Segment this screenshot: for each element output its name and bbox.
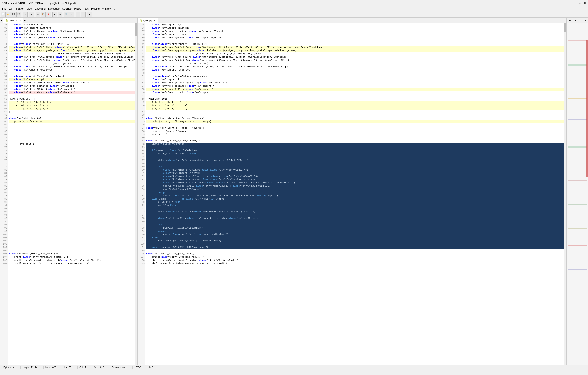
code-line: class="kw">def abort(s):	[9, 117, 135, 120]
code-line	[146, 39, 564, 43]
cut-button[interactable]: ✂	[36, 12, 40, 17]
right-code-content[interactable]: class="kw">import sys class="kw">import …	[145, 23, 564, 365]
line-num: 60	[138, 104, 145, 107]
print-button[interactable]: 🖨	[29, 12, 34, 17]
line-num: 103	[0, 243, 7, 246]
right-vscroll-thumb[interactable]	[564, 23, 566, 32]
code-line: class=class="str">"cm"># Qt resource sys…	[146, 65, 564, 68]
run-button[interactable]: ▶	[87, 12, 92, 17]
right-tab-qmk[interactable]: 🐍 QMK.py ✕	[137, 18, 158, 23]
line-num: 56	[138, 91, 145, 94]
left-line-numbers: 3536373839404142434445464748495051525354…	[0, 23, 8, 365]
paste-button[interactable]: 📌	[46, 12, 51, 17]
menu-item-language[interactable]: Language	[47, 7, 61, 11]
line-num: 67	[0, 127, 7, 130]
right-code-container: 3536373839404142434445464748495051525354…	[137, 23, 566, 365]
code-line: class="kw">from threading class="kw">imp…	[146, 30, 564, 33]
line-num: 79	[138, 165, 145, 168]
undo-button[interactable]: ↩	[52, 12, 57, 17]
right-vscroll[interactable]	[564, 23, 566, 365]
code-line	[9, 133, 135, 136]
line-num: 105	[138, 249, 145, 252]
line-num: 48	[0, 65, 7, 68]
code-line: class="kw">import ctypes	[9, 33, 135, 36]
new-button[interactable]: 📄	[1, 12, 6, 17]
left-tab-next[interactable]: ▶	[23, 19, 26, 22]
menu-item-encoding[interactable]: Encoding	[33, 7, 47, 11]
menu-item-plugins[interactable]: Plugins	[90, 7, 101, 11]
code-line	[9, 194, 135, 197]
nav-strip-10	[568, 245, 587, 246]
menu-item-macro[interactable]: Macro	[73, 7, 83, 11]
code-line: print(class="str">'Grabbing focus...')	[146, 256, 564, 259]
left-vscroll[interactable]	[135, 23, 137, 365]
code-line: class="kw">import resources	[9, 68, 135, 72]
line-num: 50	[138, 72, 145, 75]
save-all-button[interactable]: 💾	[16, 12, 21, 17]
close-button[interactable]: ✕	[583, 2, 586, 5]
left-tab-prev[interactable]: ◀	[0, 19, 3, 22]
copy-button[interactable]: 📋	[41, 12, 46, 17]
zoom-in-button[interactable]: +	[76, 12, 80, 17]
code-line: TRANSFORMATIONS = [	[146, 97, 564, 101]
right-tab-label: QMK.py	[143, 19, 152, 22]
code-line: QFont, QIcon)	[9, 62, 135, 65]
line-num: 47	[0, 62, 7, 65]
code-line: try:	[146, 165, 564, 168]
save-button[interactable]: 💾	[11, 12, 16, 17]
close-button-tb[interactable]: ✕	[23, 12, 28, 17]
find-button[interactable]: 🔍	[64, 12, 69, 17]
line-num: 63	[138, 114, 145, 117]
nav-strip-5	[568, 119, 587, 120]
replace-button[interactable]: ⟲	[69, 12, 74, 17]
code-line: class="kw">from QMKSettingsDialog class=…	[9, 81, 135, 85]
line-num: 38	[138, 33, 145, 36]
right-tab-close[interactable]: ✕	[154, 19, 155, 21]
menu-item-file[interactable]: File	[1, 7, 8, 11]
line-num: 53	[138, 81, 145, 85]
redo-button[interactable]: ↪	[58, 12, 62, 17]
minimize-button[interactable]: ─	[574, 2, 577, 5]
code-line: class="kw">from PyQt5.QtWidgets class="k…	[9, 49, 135, 52]
zoom-out-button[interactable]: -	[81, 12, 85, 17]
menu-item-?[interactable]: ?	[113, 7, 117, 11]
line-num: 36	[138, 26, 145, 30]
left-code-content[interactable]: class="kw">import sys class="kw">import …	[8, 23, 135, 365]
menu-item-settings[interactable]: Settings	[61, 7, 73, 11]
code-line: class="kw">import ctypes	[146, 33, 564, 36]
line-num: 49	[138, 68, 145, 72]
status-lineending: Dos\Windows	[110, 366, 128, 369]
code-line	[9, 233, 135, 236]
menu-item-search[interactable]: Search	[15, 7, 25, 11]
nav-bar-close[interactable]: ✕	[585, 19, 587, 22]
line-num: 75	[138, 152, 145, 155]
menu-item-window[interactable]: Window	[101, 7, 113, 11]
line-num: 100	[138, 233, 145, 236]
line-num: 38	[0, 33, 7, 36]
line-num: 41	[0, 43, 7, 46]
code-line: class="kw">from Xlib class="kw">import X…	[146, 217, 564, 220]
line-num: 54	[138, 85, 145, 88]
line-num: 82	[0, 175, 7, 178]
line-num: 73	[138, 146, 145, 149]
maximize-button[interactable]: □	[578, 2, 582, 5]
nav-strip-2	[568, 51, 587, 51]
line-num: 76	[138, 155, 145, 159]
code-line: elif uname == or class="str">'BSD' in un…	[146, 197, 564, 201]
nav-bar-header: Nav Bar ✕	[567, 18, 588, 23]
code-line: if uname == class="str">'Windows':	[146, 149, 564, 152]
line-num: 91	[138, 204, 145, 207]
open-button[interactable]: 📂	[6, 12, 11, 17]
code-line: class="kw">from threads class="kw">impor…	[146, 91, 564, 94]
code-line: class="kw">import resources	[146, 68, 564, 72]
left-vscroll-thumb[interactable]	[135, 23, 137, 36]
menu-item-view[interactable]: View	[25, 7, 33, 11]
code-line	[9, 243, 135, 246]
left-tab-qmk[interactable]: 🐍 QMK.py ✕	[3, 18, 23, 23]
code-line: stderr(s, *args, **kwargs)	[146, 130, 564, 133]
menu-item-edit[interactable]: Edit	[8, 7, 15, 11]
menu-item-run[interactable]: Run	[83, 7, 90, 11]
line-num: 99	[0, 230, 7, 233]
line-num: 48	[138, 65, 145, 68]
left-tab-close[interactable]: ✕	[19, 19, 21, 21]
